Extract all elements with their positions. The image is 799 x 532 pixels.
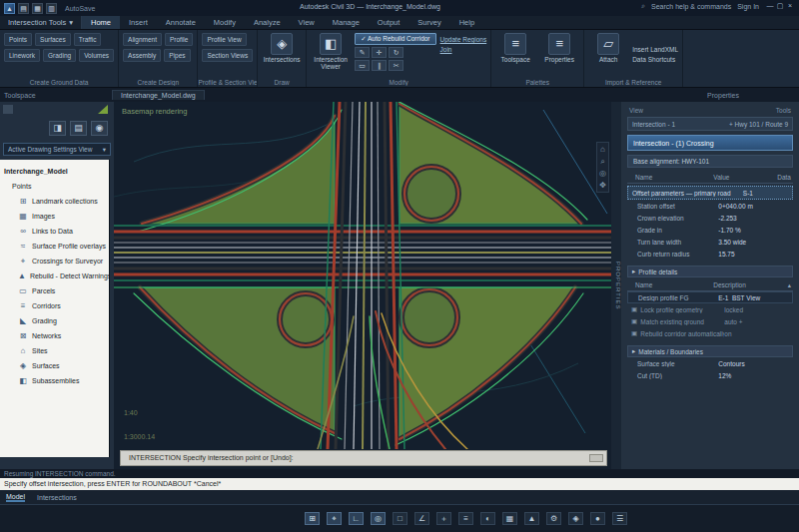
- panel-view-label[interactable]: View: [629, 107, 643, 114]
- profile-row[interactable]: Design profile FG E-1 BST View: [627, 291, 793, 303]
- erase-icon[interactable]: ▭: [355, 60, 370, 71]
- check-row[interactable]: ▣Match existing groundauto +: [627, 315, 793, 327]
- tab-modify[interactable]: Modify: [205, 16, 245, 29]
- command-strip-grip[interactable]: [589, 454, 603, 462]
- property-row[interactable]: Crown elevation-2.253: [627, 212, 793, 224]
- alignment-button[interactable]: Alignment: [123, 33, 162, 46]
- app-icon[interactable]: ▲: [4, 3, 15, 14]
- close-button[interactable]: ×: [785, 2, 795, 9]
- profile-view-button[interactable]: Profile View: [202, 33, 246, 46]
- auto-rebuild-toggle[interactable]: ✓ Auto Rebuild Corridor: [355, 33, 435, 45]
- edit-icon[interactable]: ✎: [355, 47, 370, 58]
- maximize-button[interactable]: ▢: [775, 2, 785, 10]
- property-row[interactable]: Surface styleContours: [627, 357, 793, 369]
- units-icon[interactable]: ◈: [568, 512, 583, 525]
- lineweight-icon[interactable]: ≡: [458, 512, 473, 525]
- tree-item-surfaces[interactable]: ◈Surfaces: [4, 358, 109, 373]
- base-alignment-row[interactable]: Base alignment: HWY-101: [627, 155, 793, 168]
- tab-insert[interactable]: Insert: [120, 16, 157, 29]
- join-link[interactable]: Join: [440, 46, 487, 53]
- panel-tools-label[interactable]: Tools: [776, 107, 791, 114]
- pipes-button[interactable]: Pipes: [164, 49, 190, 62]
- linework-button[interactable]: Linework: [4, 49, 40, 62]
- search-icon[interactable]: ⌕: [641, 2, 645, 10]
- tree-item-sites[interactable]: ⌂Sites: [4, 343, 109, 358]
- property-row[interactable]: Curb return radius15.75: [627, 248, 793, 260]
- assembly-button[interactable]: Assembly: [123, 49, 161, 62]
- section-materials-boundaries[interactable]: ▸ Materials / Boundaries: [627, 345, 793, 357]
- save-icon[interactable]: ▥: [46, 3, 57, 14]
- transparency-icon[interactable]: ◐: [480, 512, 495, 525]
- sort-icon[interactable]: ▴: [760, 281, 793, 289]
- grading-button[interactable]: Grading: [43, 49, 76, 62]
- property-row[interactable]: Grade in-1.70 %: [627, 224, 793, 236]
- tab-annotate[interactable]: Annotate: [157, 16, 205, 29]
- profile-button[interactable]: Profile: [165, 33, 193, 46]
- snap-icon[interactable]: ⌖: [327, 512, 342, 525]
- volumes-button[interactable]: Volumes: [79, 49, 114, 62]
- update-regions-link[interactable]: Update Regions: [440, 36, 487, 43]
- workspace-dropdown[interactable]: Intersection Tools▾: [0, 16, 82, 29]
- tree-item-landmark-collections[interactable]: ⊞Landmark collections: [4, 194, 109, 209]
- insert-landxml-button[interactable]: Insert LandXML: [632, 46, 678, 53]
- tree-root-item[interactable]: Interchange_Model: [4, 164, 109, 179]
- sign-in-button[interactable]: Sign In: [737, 3, 759, 10]
- zoom-icon[interactable]: ⌕: [600, 157, 604, 166]
- otrack-icon[interactable]: ∠: [414, 512, 429, 525]
- section-profile-details[interactable]: ▸ Profile details: [627, 266, 793, 277]
- in-canvas-command-strip[interactable]: INTERSECTION Specify intersection point …: [120, 450, 607, 466]
- trim-icon[interactable]: ✂: [389, 60, 403, 71]
- open-view-icon[interactable]: ▤: [70, 121, 87, 136]
- tab-manage[interactable]: Manage: [324, 16, 369, 29]
- data-shortcuts-button[interactable]: Data Shortcuts: [632, 56, 678, 63]
- tree-sub-root-item[interactable]: Points: [4, 179, 109, 194]
- highlighted-property-row[interactable]: Offset parameters — primary road S-1: [627, 186, 793, 200]
- traffic-button[interactable]: Traffic: [74, 33, 102, 46]
- tree-item-grading[interactable]: ◣Grading: [4, 313, 109, 328]
- drawing-tab[interactable]: Interchange_Model.dwg: [112, 90, 205, 100]
- tab-survey[interactable]: Survey: [408, 16, 449, 29]
- dynamic-input-icon[interactable]: ＋: [436, 512, 451, 525]
- tree-item-subassemblies[interactable]: ◧Subassemblies: [4, 373, 109, 388]
- osnap-icon[interactable]: □: [393, 512, 407, 525]
- new-icon[interactable]: ▤: [18, 3, 29, 14]
- refresh-icon[interactable]: ◉: [91, 121, 108, 136]
- checkbox-icon[interactable]: ▣: [631, 305, 638, 313]
- property-row[interactable]: Turn lane width3.50 wide: [627, 236, 793, 248]
- attach-button[interactable]: ▱Attach: [588, 33, 628, 76]
- layout-tab-model[interactable]: Model: [6, 493, 25, 502]
- selected-object-row[interactable]: Intersection - (1) Crossing: [627, 135, 793, 151]
- properties-button[interactable]: ≡Properties: [539, 33, 579, 76]
- tree-item-images[interactable]: ▦Images: [4, 209, 109, 224]
- orbit-icon[interactable]: ◎: [599, 169, 606, 178]
- view-selector-dropdown[interactable]: Active Drawing Settings View ▾: [3, 143, 111, 156]
- checkbox-icon[interactable]: ▣: [631, 317, 638, 325]
- toolspace-button[interactable]: ≡Toolspace: [495, 33, 535, 76]
- search-label[interactable]: Search help & commands: [651, 3, 731, 10]
- workspace-gear-icon[interactable]: ⚙: [546, 512, 561, 525]
- check-row[interactable]: ▣Rebuild corridor automaticallyon: [627, 327, 793, 339]
- home-icon[interactable]: ⌂: [600, 145, 605, 154]
- ortho-icon[interactable]: ∟: [349, 512, 364, 525]
- tab-view[interactable]: View: [290, 16, 324, 29]
- tree-item-links-to-data[interactable]: ∞Links to Data: [4, 224, 109, 239]
- tab-home[interactable]: Home: [82, 16, 120, 29]
- tree-item-networks[interactable]: ⊠Networks: [4, 328, 109, 343]
- panel-grip[interactable]: [3, 105, 13, 114]
- tab-output[interactable]: Output: [369, 16, 409, 29]
- tree-item-parcels[interactable]: ▭Parcels: [4, 283, 109, 298]
- move-icon[interactable]: ✛: [372, 47, 387, 58]
- surfaces-button[interactable]: Surfaces: [35, 33, 71, 46]
- check-row[interactable]: ▣Lock profile geometrylocked: [627, 303, 793, 315]
- checkbox-icon[interactable]: ▣: [631, 329, 638, 337]
- section-views-button[interactable]: Section Views: [202, 49, 253, 62]
- customize-icon[interactable]: ☰: [612, 512, 627, 525]
- points-button[interactable]: Points: [4, 33, 32, 46]
- command-input-line[interactable]: Specify offset intersection, press ENTER…: [0, 478, 799, 490]
- property-row[interactable]: Cut (TD)12%: [627, 369, 793, 381]
- tree-item-surface-profile-overlays[interactable]: ≈Surface Profile overlays: [4, 239, 109, 254]
- open-icon[interactable]: ▦: [32, 3, 43, 14]
- intersection-viewer-button[interactable]: ◧Intersection Viewer: [311, 33, 351, 76]
- selection-cycling-icon[interactable]: ▦: [502, 512, 517, 525]
- rotate-icon[interactable]: ↻: [389, 47, 403, 58]
